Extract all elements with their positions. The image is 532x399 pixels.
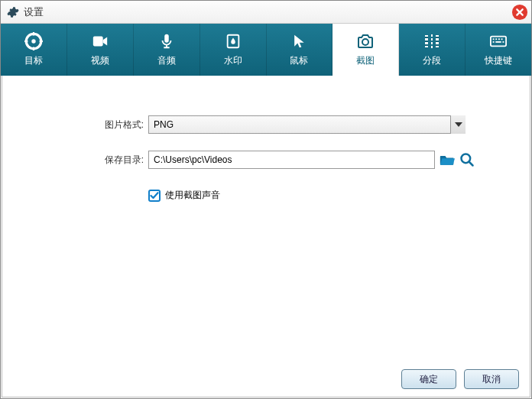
svg-rect-18	[498, 38, 500, 40]
cancel-button[interactable]: 取消	[464, 369, 519, 389]
tab-video[interactable]: 视频	[67, 24, 134, 76]
camera-icon	[355, 32, 376, 50]
window-title: 设置	[24, 5, 44, 19]
content-panel: 图片格式: 保存目录: 使用截图声音 确定 取消	[2, 76, 530, 397]
tab-watermark[interactable]: 水印	[200, 24, 267, 76]
svg-rect-14	[436, 44, 439, 46]
keyboard-icon	[488, 32, 509, 50]
image-format-select[interactable]	[148, 115, 466, 134]
watermark-icon	[222, 32, 244, 50]
microphone-icon	[156, 32, 177, 50]
video-icon	[89, 32, 111, 50]
tab-label: 分段	[423, 54, 441, 67]
svg-rect-19	[501, 38, 503, 40]
tab-segment[interactable]: 分段	[399, 24, 466, 76]
svg-rect-9	[425, 37, 428, 38]
folder-icon[interactable]	[440, 152, 455, 167]
save-dir-input[interactable]	[148, 151, 435, 169]
svg-rect-4	[164, 34, 169, 43]
image-format-label: 图片格式:	[94, 118, 144, 131]
svg-rect-16	[493, 38, 495, 40]
tab-label: 快捷键	[485, 54, 512, 67]
svg-rect-11	[425, 44, 428, 46]
sound-checkbox[interactable]	[148, 190, 161, 202]
tab-label: 水印	[224, 54, 242, 67]
tab-target[interactable]: 目标	[1, 24, 67, 76]
tab-audio[interactable]: 音频	[134, 24, 200, 76]
tab-label: 鼠标	[290, 54, 308, 67]
svg-rect-12	[436, 37, 439, 38]
cursor-icon	[288, 32, 310, 50]
tab-label: 视频	[91, 54, 109, 67]
tab-label: 目标	[24, 54, 43, 67]
close-button[interactable]	[511, 4, 528, 21]
svg-rect-10	[425, 41, 428, 42]
svg-rect-13	[436, 41, 439, 42]
svg-rect-17	[495, 38, 497, 40]
tabbar: 目标 视频 音频 水印 鼠标 截图 分段	[1, 24, 531, 76]
svg-rect-22	[495, 41, 501, 43]
titlebar: 设置	[1, 1, 531, 24]
svg-rect-3	[93, 37, 103, 47]
tab-label: 截图	[356, 54, 375, 67]
svg-rect-21	[503, 41, 504, 43]
segment-icon	[421, 32, 443, 50]
ok-button[interactable]: 确定	[401, 369, 456, 389]
save-dir-label: 保存目录:	[94, 154, 144, 167]
sound-checkbox-label: 使用截图声音	[165, 189, 220, 202]
tab-screenshot[interactable]: 截图	[332, 24, 399, 76]
svg-point-2	[31, 39, 35, 43]
tab-label: 音频	[157, 54, 176, 67]
target-icon	[23, 32, 44, 50]
tab-mouse[interactable]: 鼠标	[267, 24, 333, 76]
svg-rect-20	[493, 41, 495, 43]
search-icon[interactable]	[459, 152, 475, 167]
svg-point-6	[362, 39, 368, 45]
gear-icon	[7, 6, 19, 18]
tab-hotkey[interactable]: 快捷键	[466, 24, 531, 76]
